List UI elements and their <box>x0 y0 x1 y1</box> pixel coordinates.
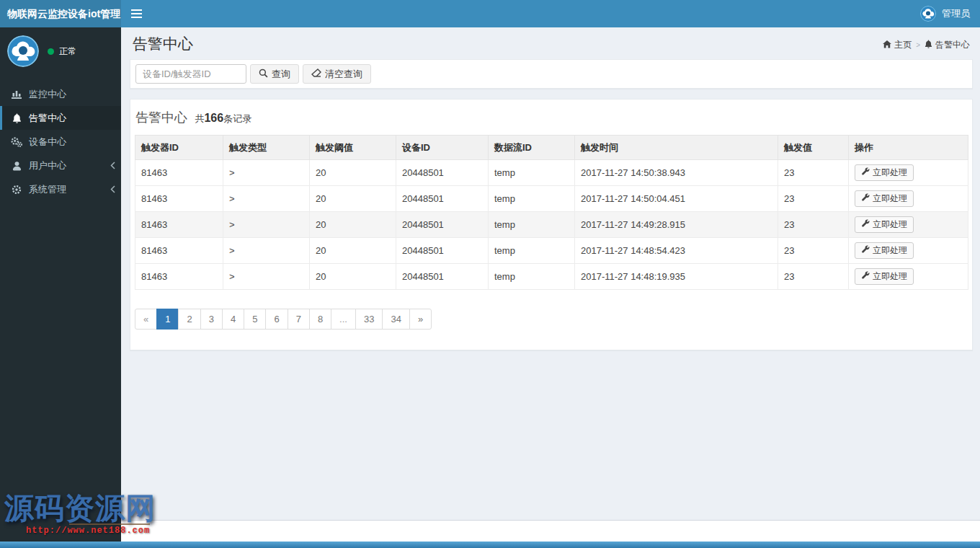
cell-device-id: 20448501 <box>396 264 489 290</box>
alerts-box-title: 告警中心 <box>135 110 187 125</box>
handle-now-button[interactable]: 立即处理 <box>855 242 914 259</box>
cell-stream-id: temp <box>489 238 575 264</box>
cell-stream-id: temp <box>489 186 575 212</box>
sidebar-item-label: 监控中心 <box>29 88 66 101</box>
cell-actions: 立即处理 <box>849 160 968 186</box>
cell-trigger-value: 23 <box>778 212 849 238</box>
handle-now-button[interactable]: 立即处理 <box>855 216 914 233</box>
cell-actions: 立即处理 <box>849 264 968 290</box>
sidebar-item-user-center[interactable]: 用户中心 <box>0 154 121 177</box>
app-brand[interactable]: 物联网云监控设备iot管理 <box>0 0 121 27</box>
pagination-page[interactable]: 2 <box>178 309 200 330</box>
search-icon <box>259 68 268 80</box>
user-name: 管理员 <box>942 7 970 20</box>
pagination-page[interactable]: 1 <box>156 309 179 330</box>
breadcrumb-separator: > <box>916 41 920 49</box>
table-row: 81463>2020448501temp2017-11-27 14:50:04.… <box>135 186 968 212</box>
query-button[interactable]: 查询 <box>250 64 299 84</box>
cell-trigger-type: > <box>223 238 310 264</box>
table-row: 81463>2020448501temp2017-11-27 14:48:54.… <box>135 238 968 264</box>
top-navbar: 物联网云监控设备iot管理 管理员 <box>0 0 980 27</box>
handle-now-button[interactable]: 立即处理 <box>855 164 914 181</box>
cell-trigger-id: 81463 <box>135 238 223 264</box>
col-trigger-id: 触发器ID <box>135 136 223 160</box>
col-trigger-time: 触发时间 <box>575 136 778 160</box>
pagination-page[interactable]: 5 <box>244 309 266 330</box>
clear-query-button[interactable]: 清空查询 <box>303 64 371 84</box>
home-icon <box>883 40 891 50</box>
cell-stream-id: temp <box>489 212 575 238</box>
cell-trigger-threshold: 20 <box>310 160 396 186</box>
sidebar-avatar-icon <box>7 35 39 67</box>
cell-trigger-type: > <box>223 186 310 212</box>
cell-stream-id: temp <box>489 160 575 186</box>
sidebar-toggle-icon[interactable] <box>121 0 151 27</box>
cell-trigger-value: 23 <box>778 238 849 264</box>
breadcrumb-home[interactable]: 主页 <box>883 39 912 51</box>
search-input[interactable] <box>135 64 246 84</box>
pagination-page[interactable]: 3 <box>200 309 223 330</box>
cell-trigger-type: > <box>223 264 310 290</box>
cell-trigger-id: 81463 <box>135 264 223 290</box>
sidebar: 正常 监控中心 告警中心 设备中心 <box>0 27 121 542</box>
alerts-table-body: 81463>2020448501temp2017-11-27 14:50:38.… <box>135 160 968 290</box>
user-menu[interactable]: 管理员 <box>920 6 980 22</box>
cell-trigger-threshold: 20 <box>310 212 396 238</box>
record-count-suffix: 条记录 <box>223 113 251 124</box>
cell-trigger-value: 23 <box>778 160 849 186</box>
table-row: 81463>2020448501temp2017-11-27 14:48:19.… <box>135 264 968 290</box>
cell-trigger-threshold: 20 <box>310 264 396 290</box>
bottom-blue-bar <box>0 542 980 548</box>
wrench-icon <box>861 193 870 204</box>
bar-chart-icon <box>11 89 22 99</box>
table-row: 81463>2020448501temp2017-11-27 14:49:28.… <box>135 212 968 238</box>
page-footer <box>121 520 980 542</box>
handle-now-button[interactable]: 立即处理 <box>855 190 914 207</box>
bell-icon <box>925 40 932 50</box>
sidebar-item-device-center[interactable]: 设备中心 <box>0 130 121 154</box>
sidebar-item-monitor-center[interactable]: 监控中心 <box>0 82 121 106</box>
alerts-box-header: 告警中心 共166条记录 <box>130 100 972 135</box>
cell-trigger-id: 81463 <box>135 160 223 186</box>
cell-trigger-time: 2017-11-27 14:50:04.451 <box>575 186 778 212</box>
pagination-page[interactable]: 34 <box>382 309 409 330</box>
pagination-page[interactable]: 4 <box>222 309 244 330</box>
sidebar-menu: 监控中心 告警中心 设备中心 用户中心 <box>0 82 121 201</box>
record-count: 166 <box>204 112 223 124</box>
pagination-page[interactable]: 8 <box>309 309 331 330</box>
breadcrumb: 主页 > 告警中心 <box>883 39 970 51</box>
pagination-prev[interactable]: « <box>135 309 157 330</box>
cell-trigger-id: 81463 <box>135 186 223 212</box>
sidebar-item-alert-center[interactable]: 告警中心 <box>0 106 121 130</box>
wrench-icon <box>861 271 870 282</box>
pagination-next[interactable]: » <box>409 309 432 330</box>
pagination-page[interactable]: 7 <box>288 309 310 330</box>
cell-trigger-threshold: 20 <box>310 238 396 264</box>
handle-now-button[interactable]: 立即处理 <box>855 268 914 285</box>
sidebar-item-system-admin[interactable]: 系统管理 <box>0 177 121 201</box>
page-title: 告警中心 <box>133 34 193 54</box>
cell-actions: 立即处理 <box>849 238 968 264</box>
chevron-left-icon <box>110 185 115 193</box>
cell-trigger-value: 23 <box>778 264 849 290</box>
cell-trigger-threshold: 20 <box>310 186 396 212</box>
pagination-page[interactable]: 33 <box>355 309 383 330</box>
cell-trigger-time: 2017-11-27 14:50:38.943 <box>575 160 778 186</box>
sidebar-item-label: 系统管理 <box>29 183 66 196</box>
eraser-icon <box>311 68 321 79</box>
record-count-prefix: 共 <box>195 113 204 124</box>
gears-icon <box>11 137 22 147</box>
cell-device-id: 20448501 <box>396 186 489 212</box>
col-actions: 操作 <box>849 136 968 160</box>
cell-trigger-id: 81463 <box>135 212 223 238</box>
bell-icon <box>11 113 22 123</box>
col-trigger-type: 触发类型 <box>223 136 310 160</box>
pagination: «12345678...3334» <box>135 309 432 330</box>
pagination-page[interactable]: 6 <box>265 309 288 330</box>
cell-stream-id: temp <box>489 264 575 290</box>
col-trigger-value: 触发值 <box>778 136 849 160</box>
cell-trigger-time: 2017-11-27 14:48:19.935 <box>575 264 778 290</box>
sidebar-item-label: 设备中心 <box>29 136 66 149</box>
cell-trigger-time: 2017-11-27 14:49:28.915 <box>575 212 778 238</box>
pagination-ellipsis: ... <box>331 309 356 330</box>
